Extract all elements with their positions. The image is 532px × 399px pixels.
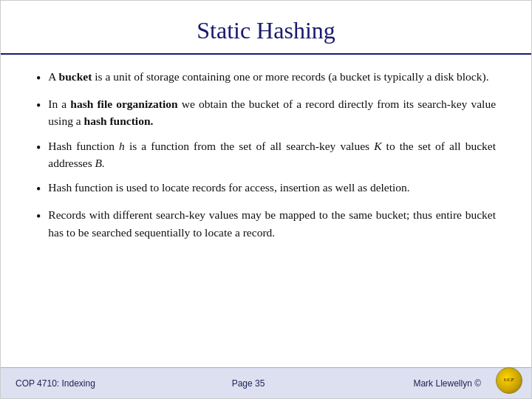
bullet-text: Hash function is used to locate records … xyxy=(48,179,496,196)
slide: Static Hashing • A bucket is a unit of s… xyxy=(0,0,532,399)
bullet-text: In a hash file organization we obtain th… xyxy=(48,95,496,130)
ucf-logo: UCF xyxy=(496,367,524,395)
slide-footer: COP 4710: Indexing Page 35 Mark Llewelly… xyxy=(1,367,531,398)
slide-title: Static Hashing xyxy=(1,1,531,55)
bullet-dot: • xyxy=(36,139,41,157)
bullet-item: • A bucket is a unit of storage containi… xyxy=(36,68,496,88)
bullet-item: • Hash function h is a function from the… xyxy=(36,137,496,172)
logo-circle: UCF xyxy=(496,367,522,394)
bullet-text: Hash function h is a function from the s… xyxy=(48,137,496,172)
bullet-dot: • xyxy=(36,180,41,199)
footer-author: Mark Llewellyn © xyxy=(318,378,481,389)
italic-text: B. xyxy=(95,157,105,169)
bullet-dot: • xyxy=(36,208,41,226)
bullet-text: A bucket is a unit of storage containing… xyxy=(48,68,496,85)
italic-text: K xyxy=(374,140,381,152)
bullet-dot: • xyxy=(36,69,41,88)
bullet-item: • Records with different search-key valu… xyxy=(36,206,496,241)
italic-text: h xyxy=(119,140,125,152)
footer-page: Page 35 xyxy=(178,378,318,389)
footer-course: COP 4710: Indexing xyxy=(16,378,178,389)
bullet-item: • Hash function is used to locate record… xyxy=(36,179,496,199)
bold-text: hash function. xyxy=(84,115,154,127)
bold-text: bucket xyxy=(59,70,92,83)
bullet-item: • In a hash file organization we obtain … xyxy=(36,95,496,130)
slide-content: • A bucket is a unit of storage containi… xyxy=(1,55,531,367)
bold-text: hash file organization xyxy=(70,98,177,110)
bullet-dot: • xyxy=(36,97,41,115)
logo-inner: UCF xyxy=(504,378,514,383)
bullet-text: Records with different search-key values… xyxy=(48,206,496,241)
